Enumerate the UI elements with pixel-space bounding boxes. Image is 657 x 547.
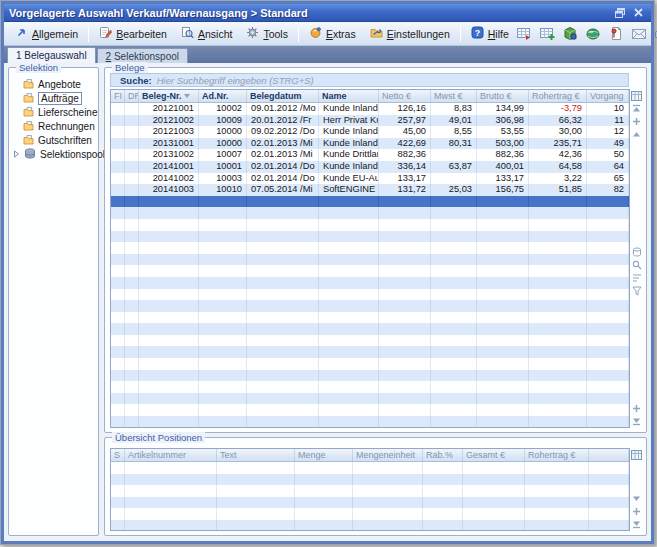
col-vorgang-header[interactable]: Vorgang — [587, 90, 629, 102]
scroll-down-icon[interactable] — [631, 493, 642, 504]
positionen-grid: SArtikelnummerTextMengeMengeneinheitRab.… — [110, 448, 630, 531]
cell-name — [319, 219, 379, 231]
package-icon[interactable] — [562, 26, 578, 42]
belege-row[interactable]: 201410031001007.05.2014 /MiSoftENGINE Gm… — [111, 184, 629, 196]
cell-rohertrag — [529, 393, 587, 405]
cell-artikelnummer — [125, 485, 217, 497]
menubar: AllgemeinBearbeitenAnsichtToolsExtrasEin… — [4, 22, 651, 46]
column-chooser-icon[interactable] — [631, 449, 642, 460]
arrow-ne-icon — [15, 26, 28, 41]
col-rohertrag-header[interactable]: Rohertrag € — [525, 449, 589, 461]
sidebar-item-rechnungen[interactable]: Rechnungen — [9, 119, 98, 133]
col-beleg_nr-header[interactable]: Beleg-Nr. — [139, 90, 199, 102]
belege-row[interactable]: 201310021000702.01.2013 /MiKunde Drittla… — [111, 149, 629, 161]
col-gesamt-header[interactable]: Gesamt € — [463, 449, 525, 461]
export-grid-icon[interactable] — [516, 26, 532, 42]
cell-fi — [111, 300, 125, 312]
col-rohertrag-header[interactable]: Rohertrag € — [529, 90, 587, 102]
menu-hilfe[interactable]: ?Hilfe — [464, 23, 516, 44]
belege-row[interactable]: 201210021000920.01.2012 /FrHerr Privat K… — [111, 115, 629, 127]
menu-einstellungen[interactable]: Einstellungen — [363, 23, 457, 44]
cell-menge — [295, 520, 353, 531]
cell-fi — [111, 231, 125, 243]
scroll-prev-icon[interactable] — [631, 129, 642, 140]
sidebar-item-lieferscheine[interactable]: Lieferscheine — [9, 105, 98, 119]
cell-s — [111, 508, 125, 520]
menu-allgemein[interactable]: Allgemein — [8, 23, 85, 44]
scroll-last-icon[interactable] — [631, 416, 642, 427]
sidebar-item-auftraege[interactable]: Aufträge — [9, 91, 98, 105]
cell-netto — [379, 312, 431, 324]
scroll-plus-icon[interactable] — [631, 403, 642, 414]
cell-dr — [125, 346, 139, 358]
attach-document-icon[interactable] — [608, 26, 624, 42]
belege-row[interactable]: 201410021000302.01.2014 /DoKunde EU-Ausl… — [111, 173, 629, 185]
menu-label: Allgemein — [32, 28, 78, 40]
cell-brutto: 400,01 — [477, 161, 529, 173]
cell-belegdatum: 20.01.2012 /Fr — [247, 115, 319, 127]
col-s-header[interactable]: S — [111, 449, 125, 461]
menu-extras[interactable]: Extras — [302, 23, 363, 44]
svg-text:?: ? — [475, 28, 481, 38]
selected-row[interactable] — [111, 196, 629, 208]
menu-tools[interactable]: Tools — [239, 23, 295, 44]
col-artikelnummer-header[interactable]: Artikelnummer — [125, 449, 217, 461]
filter-icon[interactable] — [631, 286, 642, 297]
cell-vorgang — [587, 219, 629, 231]
cell-menge — [295, 508, 353, 520]
tab-selektionspool[interactable]: 2 Selektionspool — [97, 48, 188, 63]
menu-bearbeiten[interactable]: Bearbeiten — [92, 23, 174, 44]
cell-fi — [111, 265, 125, 277]
col-netto-header[interactable]: Netto € — [379, 90, 431, 102]
scroll-last-icon[interactable] — [631, 519, 642, 530]
column-chooser-icon[interactable] — [631, 90, 642, 101]
cell-dr — [125, 173, 139, 185]
belege-row[interactable]: 201210011000209.01.2012 /MoKunde Inland … — [111, 103, 629, 115]
cell-name — [319, 242, 379, 254]
col-text-header[interactable]: Text — [217, 449, 295, 461]
db-columns-icon[interactable] — [631, 247, 642, 258]
sidebar-item-gutschriften[interactable]: Gutschriften — [9, 133, 98, 147]
col-menge-header[interactable]: Menge — [295, 449, 353, 461]
sidebar-item-selektionspools[interactable]: Selektionspools — [9, 147, 98, 161]
col-brutto-header[interactable]: Brutto € — [477, 90, 529, 102]
globe-icon[interactable] — [585, 26, 601, 42]
search-bar[interactable]: Suche: Hier Suchbegriff eingeben (STRG+S… — [110, 73, 629, 87]
col-rab-header[interactable]: Rab.% — [423, 449, 463, 461]
col-ad_nr-header[interactable]: Ad.Nr. — [199, 90, 247, 102]
cell-beleg_nr: 20131001 — [139, 138, 199, 150]
empty-row — [111, 265, 629, 277]
expander-icon[interactable] — [13, 150, 20, 158]
belege-row[interactable]: 201310011000002.01.2013 /MiKunde Inland … — [111, 138, 629, 150]
col-fi-header[interactable]: FI — [111, 90, 125, 102]
col-mengeneinheit-header[interactable]: Mengeneinheit — [353, 449, 423, 461]
col-x-header[interactable] — [589, 449, 629, 461]
cell-brutto — [477, 277, 529, 289]
empty-row — [111, 462, 629, 474]
scroll-plus-icon[interactable] — [631, 116, 642, 127]
col-belegdatum-header[interactable]: Belegdatum — [247, 90, 319, 102]
tab-belegauswahl[interactable]: 1 Belegauswahl — [7, 47, 96, 63]
belege-row[interactable]: 201410011000102.01.2014 /DoKunde Inland3… — [111, 161, 629, 173]
cell-brutto — [477, 289, 529, 301]
cell-mwst — [431, 335, 477, 347]
col-dr-header[interactable]: DR — [125, 90, 139, 102]
email-icon[interactable] — [631, 26, 647, 42]
search-icon[interactable] — [631, 260, 642, 271]
cell-beleg_nr — [139, 300, 199, 312]
scroll-plus-icon[interactable] — [631, 506, 642, 517]
insert-grid-icon[interactable] — [539, 26, 555, 42]
restore-button[interactable] — [613, 6, 628, 19]
belege-row[interactable]: 201210031000009.02.2012 /DoKunde Inland … — [111, 126, 629, 138]
cell-rab — [423, 508, 463, 520]
menu-ansicht[interactable]: Ansicht — [174, 23, 239, 44]
sidebar-item-angebote[interactable]: Angebote — [9, 77, 98, 91]
col-mwst-header[interactable]: Mwst € — [431, 90, 477, 102]
sort-icon[interactable] — [631, 273, 642, 284]
cell-dr — [125, 404, 139, 416]
cell-fi — [111, 312, 125, 324]
close-button[interactable] — [631, 6, 646, 19]
col-name-header[interactable]: Name — [319, 90, 379, 102]
cell-rohertrag: -3,79 — [529, 103, 587, 115]
scroll-first-icon[interactable] — [631, 103, 642, 114]
